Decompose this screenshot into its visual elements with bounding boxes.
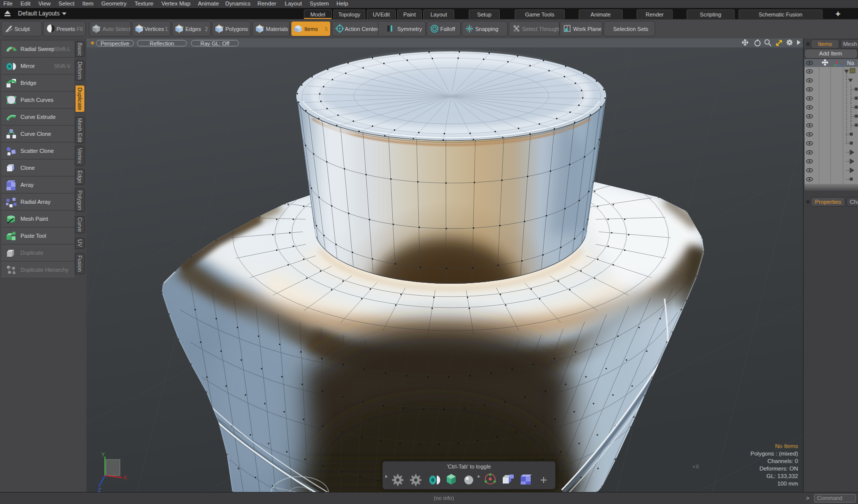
svg-text:Add Item: Add Item [819, 50, 842, 56]
svg-text:X: X [123, 475, 127, 481]
svg-text:Na: Na [847, 60, 855, 66]
svg-text:Polygons : (mixed): Polygons : (mixed) [751, 451, 798, 457]
svg-text:Items: Items [818, 41, 832, 47]
svg-text:Y: Y [101, 452, 105, 458]
svg-text:Channels: 0: Channels: 0 [768, 458, 798, 464]
svg-text:No Items: No Items [775, 443, 798, 449]
svg-text:+X: +X [692, 464, 699, 470]
svg-text:Cha: Cha [850, 199, 858, 205]
svg-text:Properties: Properties [815, 199, 842, 205]
svg-text:Deformers: ON: Deformers: ON [760, 466, 798, 472]
svg-text:GL: 133,332: GL: 133,332 [767, 473, 798, 479]
svg-text:100 mm: 100 mm [777, 481, 798, 487]
svg-text:Mesh: Mesh [843, 41, 857, 47]
svg-text:Z: Z [98, 488, 101, 492]
